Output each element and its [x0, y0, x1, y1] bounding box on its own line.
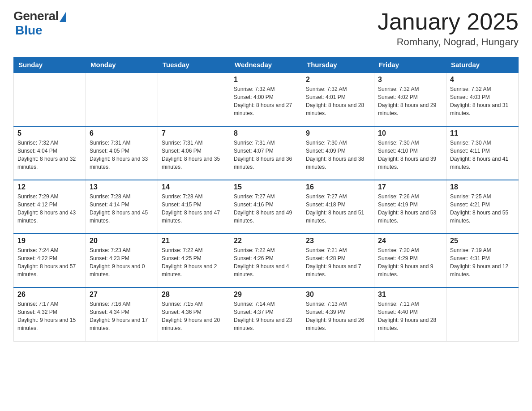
calendar-header: SundayMondayTuesdayWednesdayThursdayFrid… [14, 57, 519, 73]
day-info: Sunrise: 7:27 AMSunset: 4:16 PMDaylight:… [234, 193, 298, 225]
day-number: 5 [17, 129, 82, 137]
calendar-cell: 10Sunrise: 7:30 AMSunset: 4:10 PMDayligh… [374, 126, 446, 180]
day-number: 10 [378, 129, 442, 137]
logo-triangle-icon [60, 12, 66, 22]
day-number: 16 [306, 183, 370, 191]
day-info: Sunrise: 7:32 AMSunset: 4:00 PMDaylight:… [234, 85, 298, 117]
calendar-cell: 25Sunrise: 7:19 AMSunset: 4:31 PMDayligh… [446, 234, 519, 287]
day-number: 19 [17, 237, 82, 245]
day-info: Sunrise: 7:28 AMSunset: 4:15 PMDaylight:… [162, 193, 226, 225]
calendar-week-1: 1Sunrise: 7:32 AMSunset: 4:00 PMDaylight… [14, 73, 519, 126]
calendar-subtitle: Romhany, Nograd, Hungary [378, 36, 519, 48]
column-header-saturday: Saturday [446, 57, 519, 73]
calendar-week-5: 26Sunrise: 7:17 AMSunset: 4:32 PMDayligh… [14, 287, 519, 341]
day-number: 18 [450, 183, 515, 191]
day-info: Sunrise: 7:26 AMSunset: 4:19 PMDaylight:… [378, 193, 442, 225]
day-number: 7 [162, 129, 226, 137]
calendar-cell [14, 73, 86, 126]
day-info: Sunrise: 7:20 AMSunset: 4:29 PMDaylight:… [378, 246, 442, 278]
day-number: 17 [378, 183, 442, 191]
calendar-cell: 22Sunrise: 7:22 AMSunset: 4:26 PMDayligh… [230, 234, 302, 287]
calendar-cell: 12Sunrise: 7:29 AMSunset: 4:12 PMDayligh… [14, 180, 86, 234]
title-block: January 2025 Romhany, Nograd, Hungary [378, 9, 519, 48]
day-info: Sunrise: 7:30 AMSunset: 4:10 PMDaylight:… [378, 139, 442, 171]
day-info: Sunrise: 7:31 AMSunset: 4:07 PMDaylight:… [234, 139, 298, 171]
day-number: 20 [90, 237, 154, 245]
calendar-cell [158, 73, 230, 126]
calendar-cell: 26Sunrise: 7:17 AMSunset: 4:32 PMDayligh… [14, 287, 86, 341]
day-number: 2 [306, 76, 370, 84]
calendar-week-2: 5Sunrise: 7:32 AMSunset: 4:04 PMDaylight… [14, 126, 519, 180]
day-info: Sunrise: 7:25 AMSunset: 4:21 PMDaylight:… [450, 193, 515, 225]
day-info: Sunrise: 7:17 AMSunset: 4:32 PMDaylight:… [17, 300, 82, 332]
day-number: 26 [17, 291, 82, 299]
header-row: SundayMondayTuesdayWednesdayThursdayFrid… [14, 57, 519, 73]
logo: General Blue [13, 9, 66, 38]
day-number: 27 [90, 291, 154, 299]
calendar-week-4: 19Sunrise: 7:24 AMSunset: 4:22 PMDayligh… [14, 234, 519, 287]
calendar-cell: 16Sunrise: 7:27 AMSunset: 4:18 PMDayligh… [302, 180, 374, 234]
day-info: Sunrise: 7:32 AMSunset: 4:04 PMDaylight:… [17, 139, 82, 171]
day-info: Sunrise: 7:22 AMSunset: 4:25 PMDaylight:… [162, 246, 226, 278]
calendar-cell: 23Sunrise: 7:21 AMSunset: 4:28 PMDayligh… [302, 234, 374, 287]
calendar-cell: 5Sunrise: 7:32 AMSunset: 4:04 PMDaylight… [14, 126, 86, 180]
calendar-cell: 24Sunrise: 7:20 AMSunset: 4:29 PMDayligh… [374, 234, 446, 287]
calendar-cell: 13Sunrise: 7:28 AMSunset: 4:14 PMDayligh… [86, 180, 158, 234]
day-number: 25 [450, 237, 515, 245]
day-info: Sunrise: 7:13 AMSunset: 4:39 PMDaylight:… [306, 300, 370, 332]
calendar-cell: 8Sunrise: 7:31 AMSunset: 4:07 PMDaylight… [230, 126, 302, 180]
day-info: Sunrise: 7:29 AMSunset: 4:12 PMDaylight:… [17, 193, 82, 225]
calendar-cell: 19Sunrise: 7:24 AMSunset: 4:22 PMDayligh… [14, 234, 86, 287]
day-number: 14 [162, 183, 226, 191]
calendar-cell [86, 73, 158, 126]
day-number: 6 [90, 129, 154, 137]
calendar-cell [446, 287, 519, 341]
column-header-sunday: Sunday [14, 57, 86, 73]
day-info: Sunrise: 7:32 AMSunset: 4:03 PMDaylight:… [450, 85, 515, 117]
page-header: General Blue January 2025 Romhany, Nogra… [13, 9, 519, 48]
calendar-cell: 30Sunrise: 7:13 AMSunset: 4:39 PMDayligh… [302, 287, 374, 341]
calendar-cell: 11Sunrise: 7:30 AMSunset: 4:11 PMDayligh… [446, 126, 519, 180]
day-info: Sunrise: 7:19 AMSunset: 4:31 PMDaylight:… [450, 246, 515, 278]
column-header-monday: Monday [86, 57, 158, 73]
calendar-cell: 28Sunrise: 7:15 AMSunset: 4:36 PMDayligh… [158, 287, 230, 341]
column-header-thursday: Thursday [302, 57, 374, 73]
calendar-cell: 31Sunrise: 7:11 AMSunset: 4:40 PMDayligh… [374, 287, 446, 341]
day-info: Sunrise: 7:31 AMSunset: 4:05 PMDaylight:… [90, 139, 154, 171]
calendar-week-3: 12Sunrise: 7:29 AMSunset: 4:12 PMDayligh… [14, 180, 519, 234]
column-header-tuesday: Tuesday [158, 57, 230, 73]
day-info: Sunrise: 7:30 AMSunset: 4:09 PMDaylight:… [306, 139, 370, 171]
calendar-cell: 9Sunrise: 7:30 AMSunset: 4:09 PMDaylight… [302, 126, 374, 180]
day-number: 21 [162, 237, 226, 245]
column-header-friday: Friday [374, 57, 446, 73]
calendar-cell: 6Sunrise: 7:31 AMSunset: 4:05 PMDaylight… [86, 126, 158, 180]
day-info: Sunrise: 7:23 AMSunset: 4:23 PMDaylight:… [90, 246, 154, 278]
column-header-wednesday: Wednesday [230, 57, 302, 73]
calendar-cell: 18Sunrise: 7:25 AMSunset: 4:21 PMDayligh… [446, 180, 519, 234]
day-info: Sunrise: 7:15 AMSunset: 4:36 PMDaylight:… [162, 300, 226, 332]
day-number: 3 [378, 76, 442, 84]
calendar-cell: 17Sunrise: 7:26 AMSunset: 4:19 PMDayligh… [374, 180, 446, 234]
calendar-cell: 14Sunrise: 7:28 AMSunset: 4:15 PMDayligh… [158, 180, 230, 234]
calendar-cell: 2Sunrise: 7:32 AMSunset: 4:01 PMDaylight… [302, 73, 374, 126]
day-info: Sunrise: 7:16 AMSunset: 4:34 PMDaylight:… [90, 300, 154, 332]
day-info: Sunrise: 7:24 AMSunset: 4:22 PMDaylight:… [17, 246, 82, 278]
day-number: 8 [234, 129, 298, 137]
day-number: 23 [306, 237, 370, 245]
calendar-body: 1Sunrise: 7:32 AMSunset: 4:00 PMDaylight… [14, 73, 519, 341]
calendar-cell: 20Sunrise: 7:23 AMSunset: 4:23 PMDayligh… [86, 234, 158, 287]
day-info: Sunrise: 7:21 AMSunset: 4:28 PMDaylight:… [306, 246, 370, 278]
day-info: Sunrise: 7:30 AMSunset: 4:11 PMDaylight:… [450, 139, 515, 171]
logo-general-text: General [13, 9, 59, 23]
day-info: Sunrise: 7:32 AMSunset: 4:02 PMDaylight:… [378, 85, 442, 117]
logo-blue-text: Blue [15, 23, 43, 38]
day-info: Sunrise: 7:31 AMSunset: 4:06 PMDaylight:… [162, 139, 226, 171]
calendar-cell: 4Sunrise: 7:32 AMSunset: 4:03 PMDaylight… [446, 73, 519, 126]
calendar-cell: 29Sunrise: 7:14 AMSunset: 4:37 PMDayligh… [230, 287, 302, 341]
day-info: Sunrise: 7:28 AMSunset: 4:14 PMDaylight:… [90, 193, 154, 225]
day-number: 13 [90, 183, 154, 191]
day-number: 9 [306, 129, 370, 137]
day-number: 22 [234, 237, 298, 245]
day-info: Sunrise: 7:32 AMSunset: 4:01 PMDaylight:… [306, 85, 370, 117]
day-info: Sunrise: 7:22 AMSunset: 4:26 PMDaylight:… [234, 246, 298, 278]
